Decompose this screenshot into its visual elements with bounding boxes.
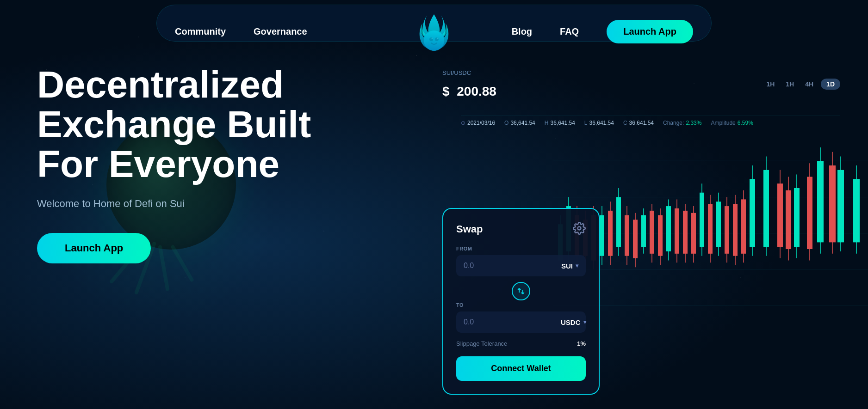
nav-inner: Community Governance (156, 13, 712, 50)
connect-wallet-button[interactable]: Connect Wallet (456, 356, 586, 381)
nav-launch-app-button[interactable]: Launch App (607, 20, 693, 43)
time-filter-4h[interactable]: 4H (801, 79, 817, 90)
hero-title: Decentralized Exchange Built For Everyon… (37, 65, 352, 184)
from-token-selector[interactable]: SUI (561, 262, 578, 270)
slippage-row: Slippage Tolerance 1% (456, 340, 586, 347)
nav-right: Blog FAQ Launch App (512, 20, 693, 43)
from-label: FROM (456, 246, 586, 251)
pair-label: SUI/USDC (442, 69, 868, 76)
hero-launch-app-button[interactable]: Launch App (37, 233, 151, 263)
price-value: 200.88 (457, 84, 496, 98)
stat-open: O 36,641.54 (504, 120, 535, 126)
time-filter-1h-2[interactable]: 1H (782, 79, 798, 90)
chart-header: SUI/USDC $ 200.88 1H 1H 4H 1D ⊙ 2021/03/… (442, 69, 868, 108)
slippage-value: 1% (577, 340, 586, 347)
nav-governance[interactable]: Governance (254, 26, 307, 37)
stat-open-value: 36,641.54 (510, 120, 535, 126)
navbar: Community Governance (0, 0, 868, 58)
stat-date-icon: ⊙ (461, 120, 465, 126)
nav-logo[interactable] (415, 11, 453, 52)
settings-icon[interactable] (573, 222, 586, 237)
time-filter-1d[interactable]: 1D (821, 79, 840, 90)
price-symbol: $ (442, 84, 450, 98)
hero-subtitle: Welcome to Home of Defi on Sui (37, 198, 352, 210)
swap-title: Swap (456, 223, 483, 235)
nav-left: Community Governance (175, 26, 307, 37)
svg-point-76 (578, 227, 581, 230)
swap-direction-button[interactable] (512, 282, 530, 300)
hero-section: Decentralized Exchange Built For Everyon… (37, 65, 352, 263)
nav-blog[interactable]: Blog (512, 26, 532, 37)
candlestick-chart (553, 125, 868, 333)
time-filter-1h-1[interactable]: 1H (763, 79, 778, 90)
swap-widget: Swap FROM SUI TO (442, 208, 600, 395)
nav-community[interactable]: Community (175, 26, 226, 37)
slippage-label: Slippage Tolerance (456, 340, 507, 347)
from-token-chevron (576, 262, 578, 269)
nav-faq[interactable]: FAQ (560, 26, 579, 37)
to-token-selector[interactable]: USDC (561, 318, 586, 326)
to-input-row: USDC (456, 311, 586, 333)
from-input-row: SUI (456, 255, 586, 276)
stat-date: ⊙ 2021/03/16 (461, 120, 495, 126)
from-amount-input[interactable] (464, 262, 557, 270)
to-label: TO (456, 302, 586, 308)
trading-area: SUI/USDC $ 200.88 1H 1H 4H 1D ⊙ 2021/03/… (424, 69, 868, 384)
swap-header: Swap (456, 222, 586, 237)
to-token-name: USDC (561, 318, 581, 326)
to-token-chevron (583, 319, 586, 325)
to-amount-input[interactable] (464, 318, 556, 326)
swap-direction-center (456, 282, 586, 300)
from-token-name: SUI (561, 262, 573, 270)
time-filters: 1H 1H 4H 1D (763, 79, 840, 90)
